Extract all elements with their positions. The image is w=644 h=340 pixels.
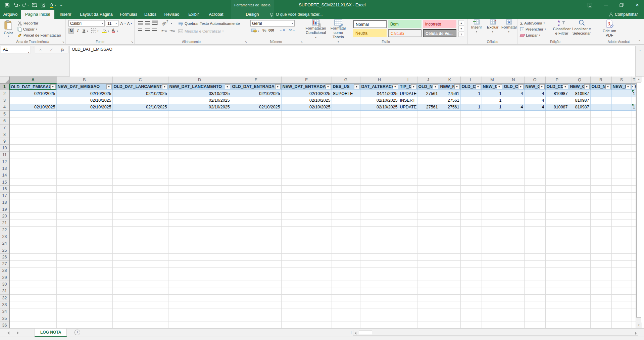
cell-R23[interactable] <box>590 233 611 240</box>
cell-S9[interactable] <box>611 138 632 145</box>
cell-E33[interactable] <box>231 301 281 308</box>
cell-D12[interactable] <box>168 158 231 165</box>
cell-N31[interactable] <box>503 288 524 294</box>
cell-K35[interactable] <box>439 315 460 322</box>
cell-T25[interactable] <box>632 247 636 253</box>
cell-G7[interactable] <box>332 124 360 131</box>
cell-N13[interactable] <box>503 165 524 172</box>
cell-E16[interactable] <box>231 186 281 192</box>
cell-I15[interactable] <box>399 179 417 185</box>
row-header-18[interactable]: 18 <box>0 199 9 206</box>
cell-H5[interactable] <box>360 110 399 117</box>
table-header-cell-N1[interactable]: OLD_CO▼ <box>503 83 524 90</box>
cell-E32[interactable] <box>231 295 281 301</box>
percent-style-button[interactable]: % <box>262 28 266 33</box>
cell-R15[interactable] <box>590 179 611 185</box>
filter-dropdown-icon[interactable]: ▼ <box>584 84 590 89</box>
cell-D9[interactable] <box>168 138 231 145</box>
cell-S25[interactable] <box>611 247 632 253</box>
cell-F34[interactable] <box>281 308 332 315</box>
cell-M6[interactable] <box>482 117 503 124</box>
align-center-icon[interactable] <box>145 29 150 32</box>
cell-G29[interactable] <box>332 274 360 281</box>
cell-M25[interactable] <box>482 247 503 253</box>
cell-B17[interactable] <box>56 192 112 199</box>
table-header-cell-K1[interactable]: NEW_N▼ <box>439 83 460 90</box>
cell-K27[interactable] <box>439 260 460 267</box>
cell-O34[interactable] <box>524 308 545 315</box>
cell-F18[interactable] <box>281 199 332 206</box>
row-header-15[interactable]: 15 <box>0 179 9 185</box>
row-header-23[interactable]: 23 <box>0 233 9 240</box>
cell-G32[interactable] <box>332 295 360 301</box>
cell-M7[interactable] <box>482 124 503 131</box>
cell-P24[interactable] <box>545 240 569 247</box>
cell-J17[interactable] <box>417 192 439 199</box>
cell-P29[interactable] <box>545 274 569 281</box>
cell-T27[interactable] <box>632 260 636 267</box>
cell-C30[interactable] <box>112 281 168 288</box>
cell-M29[interactable] <box>482 274 503 281</box>
number-format-combo[interactable]: Geral▾ <box>250 20 295 27</box>
cell-D33[interactable] <box>168 301 231 308</box>
underline-dropdown-icon[interactable]: ▾ <box>87 30 88 33</box>
column-header-K[interactable]: K <box>439 77 460 83</box>
cell-C12[interactable] <box>112 158 168 165</box>
cell-B15[interactable] <box>56 179 112 185</box>
fill-color-icon[interactable] <box>49 2 55 8</box>
cell-C32[interactable] <box>112 295 168 301</box>
cell-D3[interactable]: 02/10/2025 <box>168 97 231 104</box>
horizontal-scrollbar[interactable] <box>353 330 638 336</box>
cell-Q35[interactable] <box>569 315 590 322</box>
cell-A32[interactable] <box>9 295 56 301</box>
cell-L30[interactable] <box>460 281 482 288</box>
cell-D4[interactable]: 02/10/2025 <box>168 104 231 110</box>
tab-revisao[interactable]: Revisão <box>162 10 182 19</box>
cell-G34[interactable] <box>332 308 360 315</box>
decrease-decimal-icon[interactable]: .00→ <box>288 29 295 32</box>
cell-Q10[interactable] <box>569 145 590 151</box>
cell-D7[interactable] <box>168 124 231 131</box>
cell-P4[interactable]: 810987 <box>545 104 569 110</box>
horizontal-scroll-thumb[interactable] <box>359 331 372 335</box>
cell-I12[interactable] <box>399 158 417 165</box>
cell-K28[interactable] <box>439 267 460 274</box>
save-icon[interactable] <box>4 2 10 8</box>
cell-R18[interactable] <box>590 199 611 206</box>
cell-P8[interactable] <box>545 131 569 138</box>
cell-H13[interactable] <box>360 165 399 172</box>
cell-L4[interactable]: 1 <box>460 104 482 110</box>
cell-J12[interactable] <box>417 158 439 165</box>
cell-H3[interactable]: 02/10/2025 <box>360 97 399 104</box>
cell-G16[interactable] <box>332 186 360 192</box>
name-box-dropdown-icon[interactable]: ▾ <box>28 49 29 56</box>
column-header-J[interactable]: J <box>417 77 439 83</box>
cell-C27[interactable] <box>112 260 168 267</box>
cell-G18[interactable] <box>332 199 360 206</box>
create-pdf-button[interactable]: Crie um PDF <box>599 19 620 41</box>
cell-K24[interactable] <box>439 240 460 247</box>
row-header-17[interactable]: 17 <box>0 192 9 199</box>
clear-button[interactable]: Limpar▾ <box>520 32 540 38</box>
scroll-up-icon[interactable]: ▲ <box>636 77 642 82</box>
cell-R33[interactable] <box>590 301 611 308</box>
cell-R30[interactable] <box>590 281 611 288</box>
cell-R17[interactable] <box>590 192 611 199</box>
cell-C21[interactable] <box>112 220 168 226</box>
table-header-cell-B1[interactable]: NEW_DAT_EMISSAO▼ <box>56 83 112 90</box>
cell-E10[interactable] <box>231 145 281 151</box>
cell-J35[interactable] <box>417 315 439 322</box>
cell-B8[interactable] <box>56 131 112 138</box>
cell-L5[interactable] <box>460 110 482 117</box>
cell-I36[interactable] <box>399 322 417 328</box>
cell-R13[interactable] <box>590 165 611 172</box>
cell-C26[interactable] <box>112 254 168 260</box>
cell-D36[interactable] <box>168 322 231 328</box>
cell-O31[interactable] <box>524 288 545 294</box>
table-header-cell-F1[interactable]: NEW_DAT_ENTRADA▼ <box>281 83 332 90</box>
cell-Q19[interactable] <box>569 206 590 213</box>
row-header-33[interactable]: 33 <box>0 301 9 308</box>
cell-A21[interactable] <box>9 220 56 226</box>
cell-C36[interactable] <box>112 322 168 328</box>
cell-J19[interactable] <box>417 206 439 213</box>
